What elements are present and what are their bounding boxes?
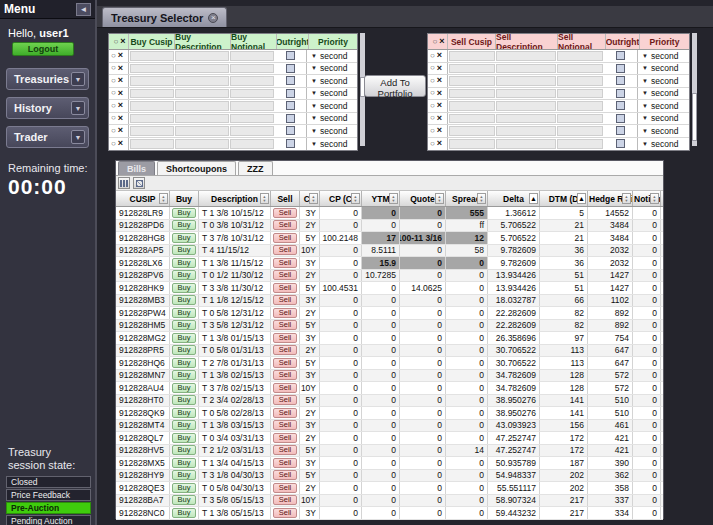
select-row-icon[interactable]: ○	[111, 127, 116, 135]
sell-button[interactable]: Sell	[273, 245, 298, 255]
select-row-icon[interactable]: ○	[430, 77, 435, 85]
clear-row-icon[interactable]: ×	[118, 101, 123, 110]
tab-zzz[interactable]: ZZZ	[238, 161, 273, 175]
select-row-icon[interactable]: ○	[430, 102, 435, 110]
buy-button[interactable]: Buy	[172, 495, 197, 505]
sort-button[interactable]: ▲	[529, 193, 538, 204]
select-row-icon[interactable]: ○	[430, 64, 435, 72]
sell-button[interactable]: Sell	[273, 433, 298, 443]
clear-row-icon[interactable]: ×	[118, 51, 123, 60]
priority-dropdown[interactable]: ▼second	[638, 138, 687, 151]
scrollbar-thumb[interactable]	[692, 93, 697, 141]
buy-button[interactable]: Buy	[172, 245, 197, 255]
sell-button[interactable]: Sell	[273, 420, 298, 430]
outright-checkbox[interactable]	[286, 51, 295, 60]
outright-checkbox[interactable]	[616, 101, 625, 110]
collapse-sidebar-icon[interactable]: ◄	[76, 3, 91, 16]
clear-row-icon[interactable]: ×	[118, 114, 123, 123]
select-row-icon[interactable]: ○	[430, 127, 435, 135]
select-row-icon[interactable]: ○	[111, 102, 116, 110]
clear-row-icon[interactable]: ×	[437, 101, 442, 110]
sell-table-scrollbar[interactable]	[692, 33, 697, 146]
buy-button[interactable]: Buy	[172, 270, 197, 280]
sell-button[interactable]: Sell	[273, 283, 298, 293]
sort-button[interactable]: ▴▾	[650, 193, 659, 204]
sort-button[interactable]: ▴▾	[622, 193, 631, 204]
sell-button[interactable]: Sell	[273, 483, 298, 493]
sell-button[interactable]: Sell	[273, 295, 298, 305]
buy-button[interactable]: Buy	[172, 220, 197, 230]
tab-bills[interactable]: Bills	[118, 161, 155, 175]
sell-button[interactable]: Sell	[273, 308, 298, 318]
session-state-pre-auction[interactable]: Pre-Auction	[6, 502, 91, 514]
clear-row-icon[interactable]: ×	[118, 76, 123, 85]
sell-button[interactable]: Sell	[273, 470, 298, 480]
priority-dropdown[interactable]: ▼second	[638, 100, 687, 112]
clear-row-icon[interactable]: ×	[118, 139, 123, 148]
sort-button[interactable]: ▴▾	[159, 193, 168, 204]
session-state-pending-auction[interactable]: Pending Auction	[6, 515, 91, 525]
select-row-icon[interactable]: ○	[111, 89, 116, 97]
priority-dropdown[interactable]: ▼second	[307, 88, 355, 100]
sort-button[interactable]: ▴▾	[309, 193, 318, 204]
buy-button[interactable]: Buy	[172, 408, 197, 418]
clear-row-icon[interactable]: ×	[120, 37, 125, 46]
select-row-icon[interactable]: ○	[430, 89, 435, 97]
sell-button[interactable]: Sell	[273, 408, 298, 418]
sidebar-item-treasuries[interactable]: Treasuries ▼	[6, 68, 89, 90]
sell-button[interactable]: Sell	[273, 383, 298, 393]
buy-button[interactable]: Buy	[172, 470, 197, 480]
clear-row-icon[interactable]: ×	[437, 64, 442, 73]
sell-button[interactable]: Sell	[273, 458, 298, 468]
tab-treasury-selector[interactable]: Treasury Selector ×	[102, 7, 227, 27]
sidebar-item-trader[interactable]: Trader ▼	[6, 126, 89, 148]
buy-button[interactable]: Buy	[172, 370, 197, 380]
select-row-icon[interactable]: ○	[111, 77, 116, 85]
priority-dropdown[interactable]: ▼second	[638, 88, 687, 100]
clear-row-icon[interactable]: ×	[437, 114, 442, 123]
logout-button[interactable]: Logout	[12, 42, 74, 56]
select-row-icon[interactable]: ○	[111, 52, 116, 60]
clear-row-icon[interactable]: ×	[437, 76, 442, 85]
outright-checkbox[interactable]	[286, 64, 295, 73]
select-row-icon[interactable]: ○	[430, 52, 435, 60]
chevron-down-icon[interactable]: ▼	[71, 101, 85, 115]
priority-dropdown[interactable]: ▼second	[307, 63, 355, 75]
clear-row-icon[interactable]: ×	[118, 126, 123, 135]
priority-dropdown[interactable]: ▼second	[638, 75, 687, 87]
sell-button[interactable]: Sell	[273, 208, 298, 218]
outright-checkbox[interactable]	[286, 89, 295, 98]
outright-checkbox[interactable]	[286, 76, 295, 85]
priority-dropdown[interactable]: ▼second	[638, 63, 687, 75]
buy-button[interactable]: Buy	[172, 258, 197, 268]
outright-checkbox[interactable]	[616, 51, 625, 60]
buy-button[interactable]: Buy	[172, 233, 197, 243]
outright-checkbox[interactable]	[616, 76, 625, 85]
sort-button[interactable]: ▴▾	[389, 193, 398, 204]
clear-row-icon[interactable]: ×	[118, 89, 123, 98]
buy-button[interactable]: Buy	[172, 333, 197, 343]
buy-button[interactable]: Buy	[172, 320, 197, 330]
outright-checkbox[interactable]	[616, 126, 625, 135]
sell-button[interactable]: Sell	[273, 358, 298, 368]
clear-row-icon[interactable]: ×	[118, 64, 123, 73]
select-row-icon[interactable]: ○	[111, 114, 116, 122]
sort-button[interactable]: ▴▾	[351, 193, 360, 204]
sell-button[interactable]: Sell	[273, 258, 298, 268]
sell-button[interactable]: Sell	[273, 370, 298, 380]
session-state-price-feedback[interactable]: Price Feedback	[6, 489, 91, 501]
sell-button[interactable]: Sell	[273, 345, 298, 355]
buy-button[interactable]: Buy	[172, 308, 197, 318]
priority-dropdown[interactable]: ▼second	[638, 50, 687, 62]
add-to-portfolio-button[interactable]: Add To Portfolio	[364, 75, 426, 97]
priority-dropdown[interactable]: ▼second	[307, 138, 355, 151]
sort-button[interactable]: ▴▾	[477, 193, 486, 204]
select-row-icon[interactable]: ○	[432, 38, 437, 46]
buy-button[interactable]: Buy	[172, 345, 197, 355]
sell-button[interactable]: Sell	[273, 495, 298, 505]
priority-dropdown[interactable]: ▼second	[307, 113, 355, 125]
priority-dropdown[interactable]: ▼second	[638, 125, 687, 137]
select-row-icon[interactable]: ○	[430, 114, 435, 122]
buy-button[interactable]: Buy	[172, 483, 197, 493]
buy-button[interactable]: Buy	[172, 208, 197, 218]
